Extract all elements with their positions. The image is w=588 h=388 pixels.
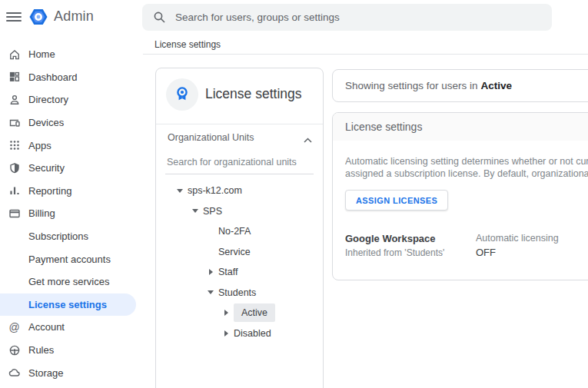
chevron-up-icon[interactable]	[304, 132, 312, 146]
tree-item-no2fa[interactable]: No-2FA	[156, 221, 323, 242]
shield-icon	[8, 161, 21, 174]
tree-item-sps-k12[interactable]: sps-k12.com	[156, 181, 323, 201]
organizational-units-panel: License settings Organizational Units sp…	[155, 68, 324, 388]
product-inheritance: Inherited from 'Students'	[345, 247, 476, 258]
sidebar-item-payment-accounts[interactable]: Payment accounts	[0, 247, 136, 270]
person-icon	[8, 93, 21, 106]
admin-console: Admin License settings Home	[0, 0, 588, 388]
sidebar-item-account[interactable]: @ Account	[0, 316, 136, 339]
apps-grid-icon	[8, 139, 21, 152]
tree-item-students[interactable]: Students	[156, 283, 323, 303]
ou-section-label: Organizational Units	[168, 132, 254, 143]
auto-licensing-label: Automatic licensing	[476, 233, 588, 244]
sidebar-item-directory[interactable]: Directory	[0, 88, 136, 111]
cloud-icon	[8, 366, 21, 380]
sidebar-item-devices[interactable]: Devices	[0, 111, 136, 134]
ou-search[interactable]	[165, 154, 314, 174]
tree-item-staff[interactable]: Staff	[156, 262, 323, 283]
product-name: Google Workspace	[345, 233, 476, 244]
tree-item-sps[interactable]: SPS	[156, 201, 323, 222]
sidebar-item-dashboard[interactable]: Dashboard	[0, 66, 136, 89]
bar-chart-icon	[8, 184, 21, 197]
sidebar-item-home[interactable]: Home	[0, 43, 136, 66]
license-badge-icon	[166, 78, 198, 111]
license-settings-card: License settings Automatic licensing set…	[332, 112, 588, 280]
sidebar-item-reporting[interactable]: Reporting	[0, 180, 136, 203]
ou-panel-title: License settings	[205, 86, 302, 102]
sidebar-nav: Home Dashboard Directory	[0, 43, 142, 384]
ou-panel-header: License settings	[156, 68, 323, 124]
admin-logo-icon	[28, 6, 49, 28]
sidebar-item-subscriptions[interactable]: Subscriptions	[0, 225, 136, 248]
assign-licenses-button[interactable]: ASSIGN LICENSES	[345, 190, 448, 211]
sidebar-item-billing[interactable]: Billing	[0, 202, 136, 225]
dashboard-icon	[8, 71, 21, 84]
chevron-expanded-icon[interactable]	[192, 209, 198, 213]
search-icon	[153, 11, 166, 24]
ou-section-row[interactable]: Organizational Units	[156, 124, 323, 151]
global-search[interactable]	[142, 4, 552, 31]
chevron-collapsed-icon[interactable]	[224, 310, 228, 316]
sidebar-item-get-more-services[interactable]: Get more services	[0, 270, 136, 293]
breadcrumb-row: License settings	[143, 35, 588, 55]
app-title: Admin	[54, 8, 94, 25]
wheel-icon	[8, 343, 21, 356]
sidebar-item-rules[interactable]: Rules	[0, 339, 136, 362]
sidebar-item-license-settings[interactable]: License settings	[0, 293, 136, 317]
sidebar-item-apps[interactable]: Apps	[0, 134, 136, 157]
credit-card-icon	[8, 207, 21, 220]
sidebar-item-storage[interactable]: Storage	[0, 361, 136, 384]
at-icon: @	[8, 320, 21, 333]
top-bar: Admin	[0, 0, 588, 35]
sidebar-item-security[interactable]: Security	[0, 157, 136, 180]
ou-search-input[interactable]	[165, 154, 314, 174]
license-settings-card-title: License settings	[345, 121, 422, 133]
ou-tree: sps-k12.com SPS No-2FA Service Staff Stu…	[156, 181, 323, 343]
chevron-expanded-icon[interactable]	[177, 189, 183, 193]
product-column: Google Workspace Inherited from 'Student…	[345, 233, 476, 258]
tree-item-active-selected: Active	[234, 303, 275, 322]
devices-icon	[8, 116, 21, 129]
chevron-expanded-icon[interactable]	[208, 290, 214, 294]
chevron-collapsed-icon[interactable]	[209, 269, 213, 275]
chevron-collapsed-icon[interactable]	[224, 330, 228, 337]
product-row: Google Workspace Inherited from 'Student…	[345, 233, 588, 258]
license-settings-description: Automatic licensing setting determines w…	[345, 156, 588, 180]
hamburger-menu-icon[interactable]	[6, 10, 22, 24]
tree-item-disabled[interactable]: Disabled	[156, 323, 323, 344]
tree-item-service[interactable]: Service	[156, 242, 323, 263]
auto-licensing-column: Automatic licensing OFF	[476, 233, 588, 258]
scope-org-unit: Active	[481, 80, 513, 91]
auto-licensing-value: OFF	[476, 247, 588, 258]
scope-card: Showing settings for users in Active	[332, 69, 588, 102]
tree-item-active[interactable]: Active	[156, 303, 323, 323]
global-search-input[interactable]	[175, 12, 552, 23]
license-settings-card-header: License settings	[333, 113, 588, 141]
breadcrumb: License settings	[154, 39, 221, 50]
scope-text: Showing settings for users in	[345, 80, 478, 91]
home-icon	[8, 48, 21, 61]
